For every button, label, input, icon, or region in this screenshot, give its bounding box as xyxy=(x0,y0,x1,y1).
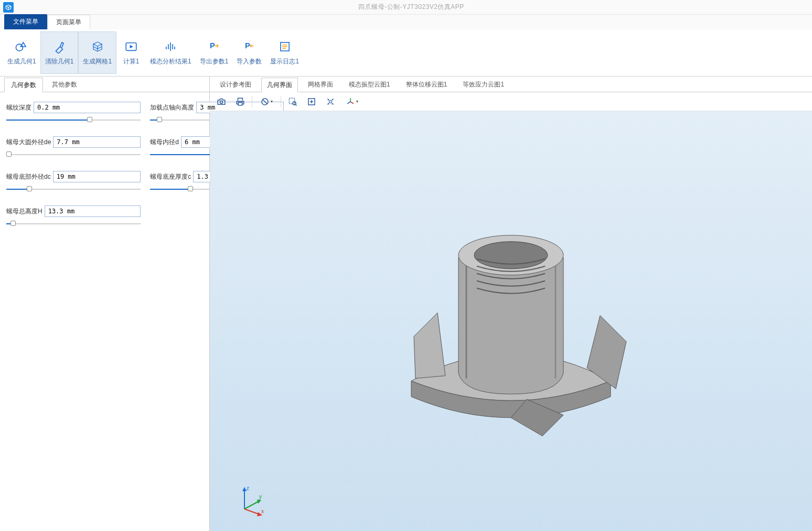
param-outer-de: 螺母大圆外径de xyxy=(6,136,141,158)
chevron-down-icon: ▾ xyxy=(271,99,273,104)
svg-text:P: P xyxy=(210,41,215,50)
transparency-button[interactable]: ▾ xyxy=(257,94,276,109)
menu-tab-page[interactable]: 页面菜单 xyxy=(47,15,90,29)
view-tab-modal-cloud[interactable]: 模态振型云图1 xyxy=(343,77,396,92)
clear-geometry-icon xyxy=(52,39,67,54)
param-thread-depth-slider[interactable] xyxy=(6,116,141,124)
view-tab-design-ref[interactable]: 设计参考图 xyxy=(214,77,257,92)
left-tab-other-params[interactable]: 其他参数 xyxy=(45,77,84,92)
model-t-nut xyxy=(354,168,668,462)
ribbon-modal-results[interactable]: 模态分析结果1 xyxy=(146,31,196,74)
ribbon-clear-geometry[interactable]: 清除几何1 xyxy=(40,31,79,74)
chevron-down-icon: ▾ xyxy=(356,99,358,104)
orientation-button[interactable]: ▾ xyxy=(342,94,362,109)
zoom-extents-button[interactable] xyxy=(304,94,319,109)
generate-geometry-icon xyxy=(14,39,29,54)
param-label: 螺母内径d xyxy=(150,138,179,147)
zoom-box-button[interactable] xyxy=(285,94,300,109)
menu-tab-file[interactable]: 文件菜单 xyxy=(4,14,47,29)
param-label: 螺母底座厚度c xyxy=(150,172,191,181)
svg-marker-14 xyxy=(242,487,247,491)
title-bar: 四爪螺母-公制-YJT3023V2仿真APP xyxy=(0,0,812,15)
ribbon-export-params[interactable]: P 导出参数1 xyxy=(196,31,233,74)
param-outer-de-input[interactable] xyxy=(53,136,141,148)
ribbon-generate-mesh[interactable]: 生成网格1 xyxy=(78,31,116,74)
param-label: 螺母底部外径dc xyxy=(6,172,51,181)
axis-z-label: z xyxy=(247,485,249,491)
left-panel: 几何参数 其他参数 螺纹深度 加载点轴向高度 xyxy=(0,77,210,531)
right-panel: 设计参考图 几何界面 网格界面 模态振型云图1 整体位移云图1 等效应力云图1 … xyxy=(210,77,812,531)
param-label: 螺母大圆外径de xyxy=(6,138,51,147)
no-transparency-icon xyxy=(260,97,270,106)
app-title: 四爪螺母-公制-YJT3023V2仿真APP xyxy=(14,3,809,12)
compute-icon xyxy=(124,39,138,54)
viewport-3d[interactable]: z y x xyxy=(210,111,812,531)
param-thread-depth-input[interactable] xyxy=(34,102,141,113)
ribbon: 生成几何1 清除几何1 生成网格1 计算1 模态分析结果1 xyxy=(0,29,812,77)
ribbon-show-log[interactable]: 显示日志1 xyxy=(266,31,303,74)
left-panel-tabs: 几何参数 其他参数 xyxy=(0,77,209,92)
param-label: 螺纹深度 xyxy=(6,103,31,112)
modal-results-icon xyxy=(163,39,178,54)
params-grid: 螺纹深度 加载点轴向高度 xyxy=(0,92,209,237)
param-label: 加载点轴向高度 xyxy=(150,103,194,112)
snapshot-button[interactable] xyxy=(214,94,229,109)
menu-tabs: 文件菜单 页面菜单 xyxy=(0,15,812,29)
svg-rect-7 xyxy=(289,98,295,104)
param-base-dc-slider[interactable] xyxy=(6,186,141,193)
show-log-icon xyxy=(277,39,292,54)
export-params-icon: P xyxy=(207,39,221,54)
param-outer-de-slider[interactable] xyxy=(6,151,141,158)
svg-rect-10 xyxy=(329,100,332,103)
left-tab-geometry-params[interactable]: 几何参数 xyxy=(4,78,43,92)
orientation-triad: z y x xyxy=(235,484,266,515)
view-tab-stress-cloud[interactable]: 等效应力云图1 xyxy=(457,77,510,92)
view-tab-displacement-cloud[interactable]: 整体位移云图1 xyxy=(400,77,453,92)
import-params-icon: P xyxy=(242,39,257,54)
param-total-h-slider[interactable] xyxy=(6,220,141,227)
view-tab-geometry[interactable]: 几何界面 xyxy=(261,78,298,92)
axis-x-label: x xyxy=(261,508,264,514)
svg-line-15 xyxy=(244,502,258,509)
param-base-dc-input[interactable] xyxy=(53,171,141,182)
zoom-extents-icon xyxy=(307,97,316,106)
param-total-h: 螺母总高度H xyxy=(6,205,141,227)
svg-text:P: P xyxy=(245,41,250,50)
ribbon-compute[interactable]: 计算1 xyxy=(116,31,146,74)
print-button[interactable] xyxy=(233,94,248,109)
svg-point-12 xyxy=(474,241,548,268)
view-toolbar: ▾ ▾ xyxy=(210,92,812,111)
print-icon xyxy=(236,97,245,106)
param-total-h-input[interactable] xyxy=(45,205,141,217)
app-logo-icon xyxy=(3,2,14,13)
svg-point-5 xyxy=(220,101,222,103)
param-thread-depth: 螺纹深度 xyxy=(6,102,141,124)
zoom-box-icon xyxy=(288,97,297,106)
ribbon-import-params[interactable]: P 导入参数 xyxy=(232,31,266,74)
svg-marker-16 xyxy=(257,500,261,504)
zoom-selection-button[interactable] xyxy=(323,94,338,109)
svg-line-17 xyxy=(244,509,259,514)
generate-mesh-icon xyxy=(90,39,105,54)
camera-icon xyxy=(217,97,226,106)
axes-icon xyxy=(346,97,355,106)
ribbon-generate-geometry[interactable]: 生成几何1 xyxy=(3,31,40,74)
toolbar-separator xyxy=(252,96,252,107)
view-tabs: 设计参考图 几何界面 网格界面 模态振型云图1 整体位移云图1 等效应力云图1 xyxy=(210,77,812,92)
param-base-dc: 螺母底部外径dc xyxy=(6,171,141,193)
view-tab-mesh[interactable]: 网格界面 xyxy=(302,77,339,92)
zoom-selection-icon xyxy=(326,97,335,106)
toolbar-separator xyxy=(281,96,281,107)
param-label: 螺母总高度H xyxy=(6,207,42,216)
axis-y-label: y xyxy=(259,494,262,500)
